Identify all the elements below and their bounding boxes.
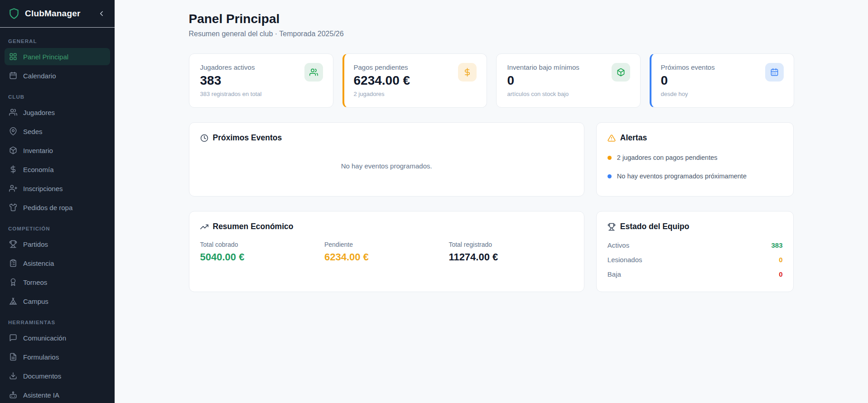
sidebar-item-label: Formularios: [23, 353, 59, 361]
sidebar-item-calendario[interactable]: Calendario: [5, 67, 110, 84]
sidebar-item-inventario[interactable]: Inventario: [5, 142, 110, 159]
sidebar-item-label: Partidos: [23, 240, 48, 248]
sidebar-item-documentos[interactable]: Documentos: [5, 367, 110, 384]
sidebar-item-label: Comunicación: [23, 334, 66, 342]
sidebar-item-asistente-ia[interactable]: Asistente IA: [5, 386, 110, 403]
stat-sub: 383 registrados en total: [200, 91, 322, 97]
sidebar-item-panel-principal[interactable]: Panel Principal: [5, 48, 110, 65]
sidebar-item-formularios[interactable]: Formularios: [5, 348, 110, 365]
team-status-row: Baja 0: [608, 267, 783, 281]
panel-title: Estado del Equipo: [620, 222, 690, 231]
sidebar-item-label: Sedes: [23, 128, 43, 135]
middle-row: Próximos Eventos No hay eventos programa…: [189, 122, 794, 197]
stat-label: Inventario bajo mínimos: [507, 63, 629, 71]
sidebar: ClubManager GENERAL Panel Principal Cale…: [0, 0, 115, 403]
sidebar-item-label: Panel Principal: [23, 53, 68, 61]
sidebar-item-torneos[interactable]: Torneos: [5, 273, 110, 291]
sidebar-section-competicion: COMPETICIÓN Partidos Asistencia Torneos …: [5, 226, 110, 310]
sidebar-item-label: Torneos: [23, 278, 47, 286]
message-icon: [9, 334, 17, 342]
tent-icon: [9, 297, 17, 305]
package-icon: [612, 63, 630, 82]
row-value: 383: [771, 241, 782, 249]
sidebar-section-club: CLUB Jugadores Sedes Inventario Economía…: [5, 94, 110, 216]
shirt-icon: [9, 203, 17, 211]
sidebar-section-general: GENERAL Panel Principal Calendario: [5, 38, 110, 84]
sidebar-item-pedidos-de-ropa[interactable]: Pedidos de ropa: [5, 199, 110, 216]
panel-title: Próximos Eventos: [213, 133, 282, 143]
sidebar-item-comunicacion[interactable]: Comunicación: [5, 329, 110, 346]
dollar-icon: [458, 63, 477, 82]
clipboard-icon: [9, 259, 17, 267]
main-content: Panel Principal Resumen general del club…: [115, 0, 868, 403]
trophy-icon: [608, 223, 616, 231]
trending-up-icon: [200, 223, 208, 231]
stat-value: 0: [661, 73, 783, 88]
section-label: COMPETICIÓN: [8, 226, 106, 231]
alert-text: No hay eventos programados próximamente: [617, 173, 747, 180]
stat-value: 383: [200, 73, 322, 88]
stat-sub: 2 jugadores: [354, 91, 476, 97]
amber-dot-icon: [608, 156, 612, 160]
panel-title: Resumen Económico: [213, 222, 294, 231]
stat-label: Jugadores activos: [200, 63, 322, 71]
sidebar-item-label: Jugadores: [23, 109, 55, 116]
alert-item: No hay eventos programados próximamente: [608, 173, 783, 180]
sidebar-nav: GENERAL Panel Principal Calendario CLUB …: [0, 28, 115, 403]
section-label: HERRAMIENTAS: [8, 320, 106, 325]
users-icon: [304, 63, 323, 82]
user-plus-icon: [9, 184, 17, 192]
page-subtitle: Resumen general del club · Temporada 202…: [189, 30, 794, 38]
stat-value: 6234.00 €: [354, 73, 476, 88]
alert-item: 2 jugadores con pagos pendientes: [608, 154, 783, 161]
sidebar-item-label: Economía: [23, 166, 54, 173]
sidebar-item-asistencia[interactable]: Asistencia: [5, 254, 110, 272]
package-icon: [9, 146, 17, 154]
row-label: Baja: [608, 270, 621, 278]
metric-label: Pendiente: [324, 241, 448, 248]
medal-icon: [9, 278, 17, 286]
sidebar-item-jugadores[interactable]: Jugadores: [5, 104, 110, 121]
download-icon: [9, 372, 17, 380]
team-status-panel: Estado del Equipo Activos 383 Lesionados…: [596, 211, 794, 292]
stat-card-jugadores-activos: Jugadores activos 383 383 registrados en…: [189, 53, 333, 108]
economy-metric: Pendiente 6234.00 €: [324, 241, 448, 263]
stat-label: Próximos eventos: [661, 63, 783, 71]
sidebar-item-partidos[interactable]: Partidos: [5, 235, 110, 253]
row-value: 0: [779, 270, 782, 278]
stats-row: Jugadores activos 383 383 registrados en…: [189, 53, 794, 108]
economic-summary-panel: Resumen Económico Total cobrado 5040.00 …: [189, 211, 584, 292]
metric-label: Total registrado: [448, 241, 573, 248]
stat-sub: artículos con stock bajo: [507, 91, 629, 97]
warning-triangle-icon: [608, 134, 616, 142]
app-title: ClubManager: [25, 9, 91, 19]
sidebar-item-label: Campus: [23, 297, 48, 305]
page-title: Panel Principal: [189, 12, 794, 26]
stat-label: Pagos pendientes: [354, 63, 476, 71]
sidebar-item-label: Pedidos de ropa: [23, 204, 72, 211]
dashboard-icon: [9, 53, 17, 61]
sidebar-item-inscripciones[interactable]: Inscripciones: [5, 180, 110, 197]
team-status-row: Lesionados 0: [608, 252, 783, 267]
sidebar-item-economia[interactable]: Economía: [5, 161, 110, 178]
upcoming-events-panel: Próximos Eventos No hay eventos programa…: [189, 122, 584, 197]
trophy-icon: [9, 240, 17, 248]
sidebar-section-herramientas: HERRAMIENTAS Comunicación Formularios Do…: [5, 320, 110, 403]
sidebar-item-label: Inscripciones: [23, 185, 63, 192]
alerts-panel: Alertas 2 jugadores con pagos pendientes…: [596, 122, 794, 197]
sidebar-item-sedes[interactable]: Sedes: [5, 123, 110, 140]
bot-icon: [9, 391, 17, 399]
chevron-left-icon[interactable]: [96, 8, 107, 19]
calendar-icon: [9, 72, 17, 80]
row-value: 0: [779, 256, 782, 264]
metric-label: Total cobrado: [200, 241, 324, 248]
dollar-icon: [9, 165, 17, 173]
metric-value: 11274.00 €: [448, 251, 573, 263]
economy-metric: Total cobrado 5040.00 €: [200, 241, 324, 263]
stat-sub: desde hoy: [661, 91, 783, 97]
metric-value: 6234.00 €: [324, 251, 448, 263]
sidebar-item-campus[interactable]: Campus: [5, 293, 110, 310]
clock-icon: [200, 134, 208, 142]
metric-value: 5040.00 €: [200, 251, 324, 263]
panel-title: Alertas: [620, 133, 647, 143]
